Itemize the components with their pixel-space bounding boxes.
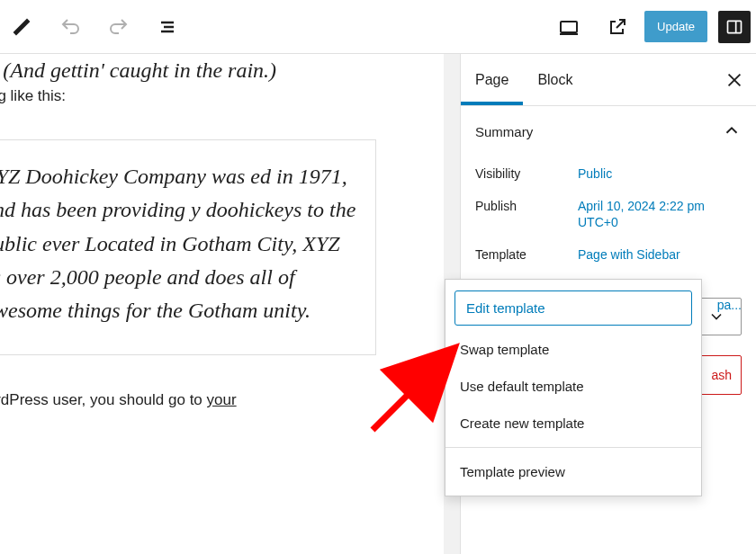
blockquote-text[interactable]: XYZ Doohickey Company was ed in 1971, an…: [0, 160, 359, 327]
settings-panel-toggle[interactable]: [718, 11, 751, 43]
toolbar-left-group: [0, 5, 189, 49]
paragraph-text[interactable]: WordPress user, you should go to your: [0, 391, 396, 409]
tab-page[interactable]: Page: [461, 54, 523, 105]
publish-value[interactable]: April 10, 2024 2:22 pm UTC+0: [578, 199, 742, 229]
blockquote-text[interactable]: as. (And gettin' caught in the rain.): [0, 54, 396, 87]
template-label: Template: [475, 247, 562, 262]
paragraph-link[interactable]: your: [207, 391, 237, 408]
popover-swap-template[interactable]: Swap template: [446, 331, 701, 368]
summary-section-toggle[interactable]: Summary: [461, 106, 756, 157]
popover-divider: [446, 447, 701, 448]
publish-tz: UTC+0: [578, 215, 742, 229]
visibility-value[interactable]: Public: [578, 166, 742, 181]
visibility-row: Visibility Public: [475, 157, 742, 190]
chevron-up-icon: [722, 121, 742, 143]
blockquote-block[interactable]: XYZ Doohickey Company was ed in 1971, an…: [0, 139, 376, 355]
document-overview-button[interactable]: [146, 5, 189, 49]
author-label-truncated: pa...: [717, 298, 742, 312]
editor-canvas[interactable]: as. (And gettin' caught in the rain.) th…: [0, 54, 396, 554]
popover-edit-template[interactable]: Edit template: [454, 290, 692, 326]
undo-button[interactable]: [49, 5, 92, 49]
publish-row: Publish April 10, 2024 2:22 pm UTC+0: [475, 190, 742, 238]
template-value[interactable]: Page with Sidebar: [578, 247, 742, 262]
svg-rect-0: [561, 22, 577, 32]
publish-datetime: April 10, 2024 2:22 pm: [578, 199, 705, 213]
publish-label: Publish: [475, 199, 562, 213]
update-button[interactable]: Update: [644, 11, 707, 42]
visibility-label: Visibility: [475, 166, 562, 181]
redo-button[interactable]: [97, 5, 140, 49]
svg-rect-1: [728, 21, 742, 32]
paragraph-prefix: WordPress user, you should go to: [0, 391, 207, 408]
paragraph-text[interactable]: thing like this:: [0, 87, 396, 105]
template-popover: Edit template Swap template Use default …: [445, 279, 702, 496]
top-toolbar: Update: [0, 0, 756, 54]
toolbar-right-group: Update: [547, 5, 751, 49]
tab-block[interactable]: Block: [523, 54, 587, 105]
template-row: Template Page with Sidebar: [475, 238, 742, 271]
close-sidebar-button[interactable]: [713, 58, 756, 102]
sidebar-tabs: Page Block: [461, 54, 756, 106]
device-preview-button[interactable]: [547, 5, 590, 49]
popover-template-preview[interactable]: Template preview: [446, 453, 701, 490]
summary-title: Summary: [475, 124, 533, 139]
tools-button[interactable]: [0, 5, 43, 49]
view-page-button[interactable]: [596, 5, 639, 49]
popover-create-new-template[interactable]: Create new template: [446, 405, 701, 442]
popover-use-default-template[interactable]: Use default template: [446, 368, 701, 405]
